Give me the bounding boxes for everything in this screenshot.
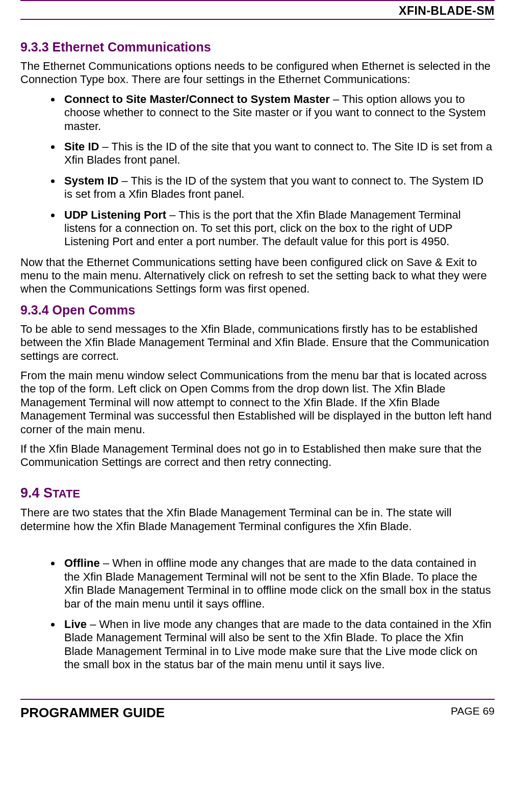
heading-first-letter: S [43,485,53,501]
document-id: XFIN-BLADE-SM [399,4,495,18]
item-text: – When in live mode any changes that are… [64,618,492,671]
footer-title: PROGRAMMER GUIDE [20,705,165,721]
paragraph-s934-2: From the main menu window select Communi… [20,369,495,436]
paragraph-s94-1: There are two states that the Xfin Blade… [20,506,495,533]
list-item: Offline – When in offline mode any chang… [61,557,495,611]
heading-rest: TATE [53,487,80,500]
item-text: – This is the ID of the site that you wa… [64,140,492,166]
list-item: UDP Listening Port – This is the port th… [61,208,495,249]
item-label: UDP Listening Port [64,208,166,221]
paragraph-s933-outro: Now that the Ethernet Communications set… [20,256,495,296]
heading-9-3-3: 9.3.3 Ethernet Communications [20,39,495,55]
paragraph-s934-1: To be able to send messages to the Xfin … [20,323,495,363]
heading-number: 9.4 [20,485,43,501]
item-label: System ID [64,174,118,187]
list-s94: Offline – When in offline mode any chang… [20,557,495,671]
list-item: Connect to Site Master/Connect to System… [61,93,495,133]
page-header: XFIN-BLADE-SM [20,1,495,20]
item-label: Connect to Site Master/Connect to System… [64,93,330,106]
page-number: PAGE 69 [451,705,495,721]
paragraph-s933-intro: The Ethernet Communications options need… [20,60,495,87]
list-item: Live – When in live mode any changes tha… [61,618,495,672]
item-label: Offline [64,557,100,569]
heading-9-3-4: 9.3.4 Open Comms [20,302,495,318]
page-content: 9.3.3 Ethernet Communications The Ethern… [20,20,495,684]
item-text: – This is the ID of the system that you … [64,174,483,200]
list-item: Site ID – This is the ID of the site tha… [61,140,495,167]
list-s933: Connect to Site Master/Connect to System… [20,93,495,249]
paragraph-s934-3: If the Xfin Blade Management Terminal do… [20,442,495,469]
list-item: System ID – This is the ID of the system… [61,174,495,201]
page-footer: PROGRAMMER GUIDE PAGE 69 [20,700,495,731]
heading-9-4: 9.4 STATE [20,485,495,501]
item-label: Site ID [64,140,99,153]
item-text: – When in offline mode any changes that … [64,557,491,610]
item-label: Live [64,618,87,631]
